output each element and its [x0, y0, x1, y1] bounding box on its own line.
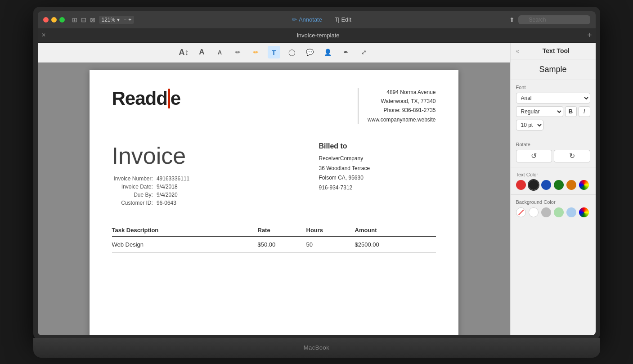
close-button[interactable] [43, 17, 49, 22]
rotate-left-button[interactable]: ↺ [516, 150, 552, 162]
bold-button[interactable]: B [565, 106, 577, 117]
number-value: 49163336111 [155, 175, 191, 183]
invoice-title: Invoice [112, 142, 283, 169]
date-value: 9/4/2018 [155, 183, 191, 191]
pencil-tool-icon[interactable]: ✏ [232, 46, 244, 58]
invoice-right: Billed to ReceiverCompany 36 Woodland Te… [319, 142, 436, 207]
sidebar-toggle-icon[interactable]: ⊞ [72, 16, 77, 23]
col-rate: Rate [258, 225, 306, 237]
bg-color-section: Background Color [511, 197, 596, 220]
font-section: Font Arial Helvetica Times New Roman Reg… [511, 80, 596, 135]
stamp-icon[interactable]: 👤 [322, 46, 334, 58]
annotation-toolbar: A↕ A A ✏ ✏ T ◯ 💬 👤 ✒ ⤢ [38, 43, 510, 63]
document-page: Readde 4894 Norma Avenue Waterwood, TX, … [90, 70, 458, 335]
bg-color-label: Background Color [516, 199, 590, 205]
font-style-select[interactable]: Regular Bold Italic Bold Italic [516, 106, 563, 117]
tab-add-icon[interactable]: + [587, 31, 592, 40]
laptop-bottom: MacBook [33, 338, 600, 358]
phone: Phone: 936-891-2735 [368, 106, 435, 115]
text-color-label: Text Color [516, 172, 590, 177]
invoice-table: Task Description Rate Hours Amount [112, 225, 436, 253]
comment-icon[interactable]: 💬 [304, 46, 316, 58]
customer-value: 96-0643 [155, 199, 191, 207]
text-color-green[interactable] [554, 180, 564, 190]
font-label: Font [516, 85, 590, 90]
zoom-out-icon[interactable]: − [123, 17, 126, 23]
bg-color-row [516, 207, 590, 217]
due-value: 9/4/2020 [155, 191, 191, 199]
title-bar: ⊞ ⊟ ⊠ 121% ▾ − + ✏ Annotate [38, 11, 596, 28]
text-color-row [516, 180, 590, 190]
bg-color-light-green[interactable] [554, 207, 564, 217]
number-label: Invoice Number: [112, 175, 155, 183]
selection-icon[interactable]: ⤢ [358, 46, 370, 58]
cell-task: Web Design [112, 237, 258, 253]
text-color-blue[interactable] [541, 180, 551, 190]
text-resize-large-icon[interactable]: A↕ [178, 46, 190, 58]
date-label: Invoice Date: [112, 183, 155, 191]
edit-button[interactable]: T| Edit [332, 15, 354, 24]
cell-rate: $50.00 [258, 237, 306, 253]
receiver-city: Folsom CA, 95630 [319, 173, 436, 183]
divider-1 [511, 137, 596, 137]
divider-2 [511, 167, 596, 167]
share-icon[interactable]: ⬆ [509, 16, 515, 23]
zoom-value: 121% [102, 17, 116, 23]
company-info: 4894 Norma Avenue Waterwood, TX, 77340 P… [358, 88, 435, 125]
billed-to-title: Billed to [319, 142, 436, 150]
text-small-icon[interactable]: A [214, 46, 226, 58]
document-scroll-area[interactable]: Readde 4894 Norma Avenue Waterwood, TX, … [38, 63, 510, 335]
bg-color-multicolor[interactable] [579, 207, 589, 217]
text-tool-icon[interactable]: T [268, 46, 280, 58]
minimize-button[interactable] [51, 17, 57, 22]
tab-close-icon[interactable]: ✕ [41, 32, 46, 38]
search-input[interactable] [518, 15, 590, 24]
right-panel: « Text Tool Sample Font Arial Helvetica … [510, 43, 596, 335]
tab-title: invoice-template [49, 32, 587, 39]
bg-color-white[interactable] [529, 207, 539, 217]
highlighter-icon[interactable]: ✏ [250, 46, 262, 58]
title-bar-right: ⬆ [509, 15, 590, 24]
address-line2: Waterwood, TX, 77340 [368, 97, 435, 106]
doc-and-panel: A↕ A A ✏ ✏ T ◯ 💬 👤 ✒ ⤢ [38, 43, 596, 335]
billed-to-info: ReceiverCompany 36 Woodland Terrace Fols… [319, 154, 436, 193]
text-color-red[interactable] [516, 180, 526, 190]
customer-label: Customer ID: [112, 199, 155, 207]
font-size-select[interactable]: 8 pt 9 pt 10 pt 12 pt 14 pt 18 pt 24 pt [516, 120, 543, 130]
divider-3 [511, 194, 596, 195]
zoom-in-icon[interactable]: + [128, 17, 131, 23]
rotate-row: ↺ ↻ [516, 150, 590, 162]
text-color-section: Text Color [511, 169, 596, 193]
panel-sample: Sample [511, 59, 596, 80]
font-select[interactable]: Arial Helvetica Times New Roman [516, 93, 590, 103]
shapes-icon[interactable]: ◯ [286, 46, 298, 58]
text-color-multicolor[interactable] [579, 180, 589, 190]
italic-button[interactable]: I [579, 106, 590, 117]
pencil-icon: ✏ [292, 16, 297, 23]
title-bar-center: ✏ Annotate T| Edit [138, 15, 505, 24]
signature-icon[interactable]: ✒ [340, 46, 352, 58]
receiver-company: ReceiverCompany [319, 154, 436, 164]
rotate-right-button[interactable]: ↻ [554, 150, 590, 162]
panel-expand-icon[interactable]: « [516, 47, 520, 54]
rotate-section: Rotate ↺ ↻ [511, 139, 596, 165]
text-color-orange[interactable] [566, 180, 576, 190]
thumbnail-view-icon[interactable]: ⊠ [90, 16, 95, 23]
search-wrapper [518, 15, 590, 24]
col-hours: Hours [306, 225, 355, 237]
panel-header: « Text Tool [511, 43, 596, 59]
bg-color-light-blue[interactable] [566, 207, 576, 217]
annotate-button[interactable]: ✏ Annotate [289, 15, 325, 24]
text-edit-icon: T| [335, 17, 339, 23]
panel-title: Text Tool [522, 47, 590, 54]
bg-color-none[interactable] [516, 207, 526, 217]
grid-view-icon[interactable]: ⊟ [81, 16, 86, 23]
font-style-row: Regular Bold Italic Bold Italic B I [516, 106, 590, 117]
fullscreen-button[interactable] [59, 17, 65, 22]
col-amount: Amount [355, 225, 436, 237]
zoom-control[interactable]: 121% ▾ − + [99, 16, 135, 24]
traffic-lights [43, 17, 65, 22]
text-color-black[interactable] [529, 180, 539, 190]
text-large-icon[interactable]: A [196, 46, 208, 58]
bg-color-gray[interactable] [541, 207, 551, 217]
